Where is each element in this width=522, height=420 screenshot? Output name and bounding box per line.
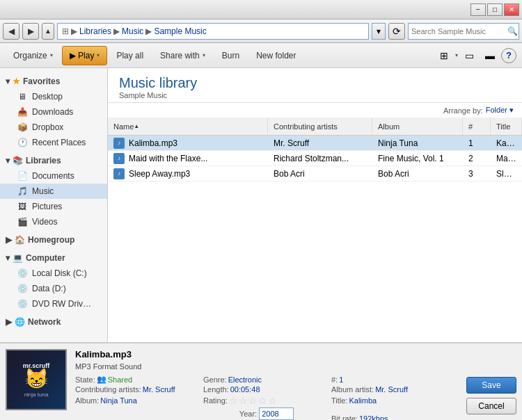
views-dropdown-arrow[interactable]: ▾: [455, 52, 458, 58]
state-label: State:: [75, 375, 95, 384]
breadcrumb-libraries[interactable]: Libraries: [79, 26, 111, 36]
column-title[interactable]: Title: [491, 118, 522, 135]
detail-title: Title: Kalimba: [331, 395, 458, 406]
sidebar-item-dvd-drive[interactable]: 💿 DVD RW Drive (E:) Fe: [0, 296, 107, 312]
save-button[interactable]: Save: [466, 377, 516, 394]
sidebar-item-music[interactable]: 🎵 Music: [0, 184, 107, 199]
up-button[interactable]: ▲: [42, 23, 54, 40]
organize-button[interactable]: Organize ▾: [6, 46, 61, 65]
address-bar: ◀ ▶ ▲ ⊞ ▶ Libraries ▶ Music ▶ Sample Mus…: [0, 19, 522, 43]
network-collapse-icon: ▶: [6, 317, 12, 327]
file-rows-container: ♪ Kalimba.mp3 Mr. Scruff Ninja Tuna 1 Ka…: [108, 136, 522, 181]
dvd-drive-icon: 💿: [17, 298, 28, 309]
local-disk-icon: 💿: [17, 268, 28, 279]
organize-label: Organize: [13, 51, 47, 60]
detail-empty: [75, 407, 202, 420]
detail-track: #: 1: [331, 375, 458, 384]
window-controls: − □ ✕: [470, 3, 519, 16]
sidebar-item-documents-label: Documents: [32, 171, 74, 181]
music-icon: 🎵: [17, 186, 28, 197]
file-icon: ♪: [113, 168, 125, 179]
view-list-button[interactable]: ⊞: [434, 47, 454, 64]
maximize-button[interactable]: □: [487, 3, 503, 16]
album-value[interactable]: Ninja Tuna: [100, 396, 137, 405]
sidebar-item-desktop[interactable]: 🖥 Desktop: [0, 89, 107, 104]
album-label: Album:: [75, 396, 99, 405]
column-artists[interactable]: Contributing artists: [268, 118, 372, 135]
sidebar-item-documents[interactable]: 📄 Documents: [0, 168, 107, 184]
computer-header[interactable]: ▾ 💻 Computer: [0, 250, 107, 266]
libraries-section: ▾ 📚 Libraries 📄 Documents 🎵 Music 🖼 Pict…: [0, 153, 107, 229]
bottom-buttons: Save Cancel: [466, 349, 516, 414]
recent-places-icon: 🕐: [17, 137, 28, 148]
sidebar-item-local-disk[interactable]: 💿 Local Disk (C:): [0, 266, 107, 281]
libraries-header[interactable]: ▾ 📚 Libraries: [0, 153, 107, 168]
album-art: mr.scruff 😸 ninja tuna: [6, 349, 67, 410]
burn-button[interactable]: Burn: [214, 46, 247, 65]
content-subtitle: Sample Music: [119, 91, 511, 99]
computer-label: Computer: [26, 253, 65, 263]
play-all-button[interactable]: Play all: [109, 46, 151, 65]
breadcrumb-music[interactable]: Music: [122, 26, 143, 36]
help-button[interactable]: ?: [501, 48, 516, 63]
detail-contributing: Contributing artists: Mr. Scruff: [75, 385, 202, 394]
preview-pane-button[interactable]: ▭: [459, 47, 479, 64]
refresh-button[interactable]: ⟳: [388, 23, 405, 40]
content-header: Music library Sample Music: [108, 68, 522, 103]
table-row[interactable]: ♪ Sleep Away.mp3 Bob Acri Bob Acri 3 Sle…: [108, 166, 522, 181]
back-button[interactable]: ◀: [3, 23, 19, 40]
sidebar-item-recent-places[interactable]: 🕐 Recent Places: [0, 135, 107, 150]
cancel-button[interactable]: Cancel: [466, 398, 516, 414]
column-name[interactable]: Name: [108, 118, 268, 135]
new-folder-button[interactable]: New folder: [248, 46, 303, 65]
homegroup-header[interactable]: ▶ 🏠 Homegroup: [0, 232, 107, 248]
sidebar-item-data-disk[interactable]: 💿 Data (D:): [0, 281, 107, 296]
pictures-icon: 🖼: [17, 201, 28, 212]
sidebar-item-pictures[interactable]: 🖼 Pictures: [0, 199, 107, 214]
network-header[interactable]: ▶ 🌐 Network: [0, 314, 107, 330]
rating-stars[interactable]: ☆☆☆☆☆: [229, 395, 278, 406]
close-button[interactable]: ✕: [504, 3, 519, 16]
file-title: Sleep Away: [491, 169, 522, 179]
favorites-header[interactable]: ▾ ★ Favorites: [0, 74, 107, 89]
file-num: 2: [463, 154, 491, 163]
album-art-face: 😸: [24, 369, 49, 389]
contributing-value[interactable]: Mr. Scruff: [143, 385, 175, 394]
minimize-button[interactable]: −: [470, 3, 486, 16]
sidebar-item-videos[interactable]: 🎬 Videos: [0, 214, 107, 229]
arrange-value[interactable]: Folder ▾: [486, 106, 514, 115]
search-input[interactable]: [411, 27, 507, 35]
state-value[interactable]: Shared: [108, 375, 132, 384]
computer-icon: 💻: [13, 253, 23, 263]
homegroup-icon: 🏠: [15, 235, 25, 245]
toolbar: Organize ▾ ▶ Play ▾ Play all Share with …: [0, 43, 522, 68]
breadcrumb-dropdown[interactable]: ▾: [372, 23, 386, 40]
column-num[interactable]: #: [463, 118, 491, 135]
network-label: Network: [28, 317, 61, 327]
forward-button[interactable]: ▶: [22, 23, 39, 40]
breadcrumb-sample[interactable]: Sample Music: [154, 26, 206, 36]
album-artist-label: Album artist:: [331, 385, 374, 394]
sidebar-item-downloads[interactable]: 📥 Downloads: [0, 104, 107, 120]
network-icon: 🌐: [15, 317, 25, 327]
play-label: ▶ Play: [70, 51, 95, 60]
sidebar-item-local-disk-label: Local Disk (C:): [32, 268, 87, 278]
computer-section: ▾ 💻 Computer 💿 Local Disk (C:) 💿 Data (D…: [0, 250, 107, 312]
play-button[interactable]: ▶ Play ▾: [62, 46, 108, 65]
share-with-button[interactable]: Share with ▾: [152, 46, 213, 65]
computer-collapse-icon: ▾: [6, 253, 10, 263]
details-pane-button[interactable]: ▬: [480, 47, 500, 64]
table-row[interactable]: ♪ Maid with the Flaxe... Richard Stoltzm…: [108, 151, 522, 166]
breadcrumb-root: ⊞: [62, 26, 69, 36]
detail-album: Album: Ninja Tuna: [75, 395, 202, 406]
track-value: 1: [339, 375, 343, 384]
sidebar-item-dropbox[interactable]: 📦 Dropbox: [0, 120, 107, 135]
dropbox-icon: 📦: [17, 122, 28, 133]
column-album[interactable]: Album: [372, 118, 463, 135]
content-area: Music library Sample Music Arrange by: F…: [108, 68, 522, 342]
burn-label: Burn: [222, 51, 239, 60]
table-row[interactable]: ♪ Kalimba.mp3 Mr. Scruff Ninja Tuna 1 Ka…: [108, 136, 522, 151]
detail-genre: Genre: Electronic: [203, 375, 330, 384]
year-value[interactable]: 2008: [259, 407, 294, 420]
favorites-label: Favorites: [23, 76, 60, 86]
